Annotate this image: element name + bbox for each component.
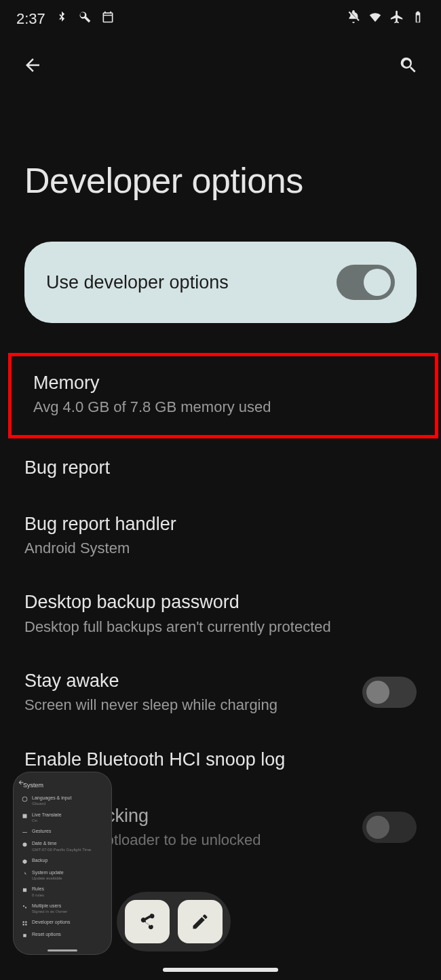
thumb-row: Reset options bbox=[22, 932, 103, 939]
screenshot-thumbnail[interactable]: System Languages & inputGboard Live Tran… bbox=[14, 772, 111, 954]
setting-bug-report-handler[interactable]: Bug report handler Android System bbox=[0, 497, 441, 576]
setting-title: Bug report bbox=[24, 456, 417, 480]
share-icon bbox=[138, 912, 157, 931]
notifications-off-icon bbox=[346, 10, 361, 29]
thumb-row: Languages & inputGboard bbox=[22, 795, 103, 807]
stay-awake-switch[interactable] bbox=[362, 677, 417, 708]
back-button[interactable] bbox=[16, 49, 49, 81]
setting-title: Enable Bluetooth HCI snoop log bbox=[24, 748, 417, 772]
master-toggle-label: Use developer options bbox=[46, 272, 229, 293]
gesture-nav-bar[interactable] bbox=[163, 968, 278, 972]
screenshot-actions bbox=[117, 892, 231, 951]
page-title: Developer options bbox=[0, 92, 441, 242]
setting-title: Bug report handler bbox=[24, 512, 417, 536]
thumb-row: Gestures bbox=[22, 829, 103, 835]
svg-point-0 bbox=[23, 843, 27, 847]
thumb-row: Live TranslateOn bbox=[22, 812, 103, 824]
edit-icon bbox=[191, 912, 210, 931]
app-bar bbox=[0, 38, 441, 92]
thumb-nav-bar bbox=[47, 949, 77, 951]
thumb-row: Developer options bbox=[22, 920, 103, 926]
setting-stay-awake[interactable]: Stay awake Screen will never sleep while… bbox=[0, 654, 441, 733]
thumb-title: System bbox=[22, 779, 103, 790]
svg-point-2 bbox=[23, 905, 24, 907]
bluetooth-icon bbox=[55, 10, 69, 28]
back-arrow-icon bbox=[22, 55, 43, 75]
thumb-back-icon bbox=[18, 776, 24, 789]
setting-title: Memory bbox=[33, 371, 413, 395]
thumb-row: System updateUpdate available bbox=[22, 870, 103, 882]
airplane-icon bbox=[389, 10, 404, 29]
status-time: 2:37 bbox=[16, 10, 45, 28]
setting-desktop-backup-password[interactable]: Desktop backup password Desktop full bac… bbox=[0, 576, 441, 654]
svg-rect-1 bbox=[23, 888, 26, 892]
setting-subtitle: Desktop full backups aren't currently pr… bbox=[24, 618, 417, 637]
search-button[interactable] bbox=[392, 49, 425, 81]
setting-subtitle: Android System bbox=[24, 539, 417, 559]
setting-title: Stay awake bbox=[24, 669, 351, 693]
wifi-icon bbox=[368, 10, 383, 29]
setting-bug-report[interactable]: Bug report bbox=[0, 441, 441, 497]
master-toggle-switch[interactable] bbox=[337, 265, 395, 300]
wrench-icon bbox=[78, 10, 92, 28]
setting-subtitle: Avg 4.0 GB of 7.8 GB memory used bbox=[33, 398, 413, 417]
thumb-row: Backup bbox=[22, 858, 103, 865]
thumb-row: Multiple usersSigned in as Owner bbox=[22, 903, 103, 915]
search-icon bbox=[398, 55, 419, 75]
setting-title: Desktop backup password bbox=[24, 590, 417, 614]
setting-subtitle: Screen will never sleep while charging bbox=[24, 696, 351, 715]
share-button[interactable] bbox=[125, 900, 170, 943]
battery-icon bbox=[411, 10, 425, 28]
thumb-row: Rules0 rules bbox=[22, 886, 103, 898]
master-toggle-card[interactable]: Use developer options bbox=[24, 242, 417, 323]
setting-memory[interactable]: Memory Avg 4.0 GB of 7.8 GB memory used bbox=[8, 353, 438, 438]
svg-point-3 bbox=[25, 907, 26, 908]
oem-unlocking-switch[interactable] bbox=[362, 812, 417, 843]
status-bar: 2:37 bbox=[0, 0, 441, 38]
edit-button[interactable] bbox=[178, 900, 223, 943]
calendar-icon bbox=[101, 10, 115, 28]
thumb-row: Date & timeGMT-07:00 Pacific Daylight Ti… bbox=[22, 841, 103, 852]
